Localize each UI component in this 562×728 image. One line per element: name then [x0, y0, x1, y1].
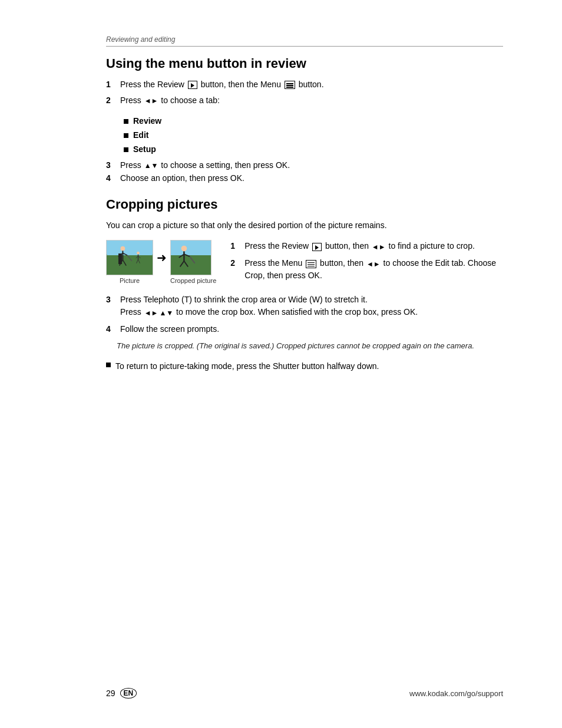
step-1: 1 Press the Review button, then the Menu… — [106, 78, 503, 91]
svg-point-2 — [121, 246, 125, 251]
section2-intro: You can crop a picture so that only the … — [106, 219, 503, 232]
tab-review-label: Review — [133, 115, 161, 127]
tab-setup: Setup — [124, 143, 503, 156]
body-step-3: 3 Press Telephoto (T) to shrink the crop… — [106, 294, 503, 318]
cropping-inline-steps: 1 Press the Review button, then ◄► to fi… — [230, 240, 503, 286]
tab-edit: Edit — [124, 129, 503, 141]
lr-icon-3: ◄► — [144, 308, 158, 318]
step-4-row: 4 Choose an option, then press OK. — [106, 173, 503, 183]
original-caption: Picture — [106, 277, 153, 284]
lr-arrows-crop2: ◄► — [366, 259, 381, 269]
footer-left: 29 EN — [106, 688, 137, 699]
body-step-num-3: 3 — [106, 294, 117, 306]
body-step-4: 4 Follow the screen prompts. — [106, 323, 503, 335]
ud-icon-3: ▲▼ — [159, 308, 173, 318]
crop-step-2: 2 Press the Menu button, then ◄► to choo… — [230, 257, 503, 282]
bullet-note-text: To return to picture-taking mode, press … — [115, 360, 379, 373]
step-num-2: 2 — [106, 94, 117, 107]
section-label: Reviewing and editing — [106, 35, 503, 44]
step-4-content: Choose an option, then press OK. — [120, 173, 244, 183]
play-icon — [188, 81, 197, 89]
svg-rect-15 — [171, 241, 211, 255]
step-3-row: 3 Press ▲▼ to choose a setting, then pre… — [106, 160, 503, 170]
page: Reviewing and editing Using the menu but… — [0, 0, 562, 728]
bullet-square-setup — [124, 147, 128, 152]
body-step-num-4: 4 — [106, 323, 117, 335]
bullet-square-review — [124, 119, 128, 124]
svg-point-9 — [137, 252, 140, 255]
page-number: 29 — [106, 689, 115, 698]
step-3-content: Press ▲▼ to choose a setting, then press… — [120, 160, 290, 170]
section1-title: Using the menu button in review — [106, 56, 503, 71]
step-num-3: 3 — [106, 160, 117, 170]
body-steps: 3 Press Telephoto (T) to shrink the crop… — [106, 294, 503, 335]
svg-point-17 — [181, 246, 187, 252]
menu-icon — [285, 81, 295, 89]
original-picture — [106, 240, 153, 275]
step-list-section1: 1 Press the Review button, then the Menu… — [106, 78, 503, 107]
cropped-caption: Cropped picture — [170, 277, 216, 284]
original-picture-container: Picture — [106, 240, 153, 284]
section2-title: Cropping pictures — [106, 197, 503, 212]
play-icon-crop1 — [312, 243, 322, 251]
arrow-right: ➜ — [157, 251, 167, 265]
section2: Cropping pictures You can crop a picture… — [106, 197, 503, 373]
original-svg — [107, 241, 153, 275]
cropped-picture — [170, 240, 211, 275]
body-step-4-text: Follow the screen prompts. — [120, 323, 219, 335]
step-num-1: 1 — [106, 78, 117, 91]
tab-review: Review — [124, 115, 503, 127]
cropped-picture-container: Cropped picture — [170, 240, 216, 284]
bullet-note-row: To return to picture-taking mode, press … — [106, 360, 503, 373]
tab-bullet-list: Review Edit Setup — [124, 115, 503, 156]
step-1-content: Press the Review button, then the Menu b… — [120, 78, 324, 91]
lr-arrows-icon: ◄► — [144, 95, 158, 106]
italic-note: The picture is cropped. (The original is… — [117, 340, 503, 352]
svg-rect-0 — [107, 241, 152, 255]
cropped-svg — [171, 241, 211, 275]
footer-url: www.kodak.com/go/support — [409, 689, 503, 698]
crop-step-2-text: Press the Menu button, then ◄► to choose… — [244, 257, 503, 282]
crop-step-num-2: 2 — [230, 257, 241, 269]
step-2: 2 Press ◄► to choose a tab: — [106, 94, 503, 107]
tab-edit-label: Edit — [133, 129, 148, 141]
menu-icon-crop2 — [306, 260, 316, 268]
crop-step-num-1: 1 — [230, 240, 241, 252]
step-num-4: 4 — [106, 173, 117, 183]
section-divider — [106, 46, 503, 47]
bullet-square-note — [106, 363, 111, 367]
crop-step-1-text: Press the Review button, then ◄► to find… — [244, 240, 475, 252]
bullet-square-edit — [124, 133, 128, 138]
footer: 29 EN www.kodak.com/go/support — [0, 688, 562, 699]
image-block: Picture ➜ — [106, 240, 216, 284]
lr-arrows-crop1: ◄► — [372, 242, 386, 252]
crop-step-1: 1 Press the Review button, then ◄► to fi… — [230, 240, 503, 252]
tab-setup-label: Setup — [133, 143, 156, 156]
language-badge: EN — [120, 688, 137, 699]
step-2-content: Press ◄► to choose a tab: — [120, 94, 220, 107]
body-step-3-text: Press Telephoto (T) to shrink the crop a… — [120, 294, 418, 318]
ud-arrows-icon: ▲▼ — [144, 162, 158, 170]
cropping-row: Picture ➜ — [106, 240, 503, 286]
